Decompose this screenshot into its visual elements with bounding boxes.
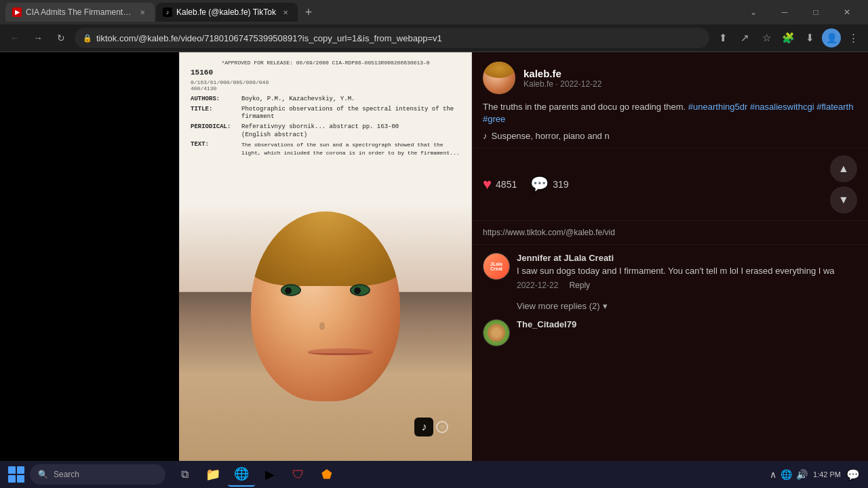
doc-title-row: TITLE: Photographic observations of the … <box>191 106 460 121</box>
comment-avatar-citadel <box>483 319 510 346</box>
taskbar-app-media[interactable]: ▶ <box>256 462 283 487</box>
search-bar[interactable]: 🔍 Search <box>30 464 165 485</box>
comment-citadel: The_Citadel79 <box>483 319 857 346</box>
profile-description: The truths in the parents and docu go re… <box>483 101 857 125</box>
minimize-button[interactable]: ─ <box>769 0 800 24</box>
taskbar-app-task-view[interactable]: ⧉ <box>171 462 198 487</box>
comment-icon: 💬 <box>530 176 549 193</box>
address-bar[interactable]: 🔒 tiktok.com/@kaleb.fe/video/71801067475… <box>75 28 709 48</box>
file-explorer-icon: 📁 <box>205 467 220 482</box>
tab-icon-cia: ▶ <box>12 7 22 17</box>
chevron-down-icon: ▾ <box>603 301 608 311</box>
nose <box>319 322 325 330</box>
profile-avatar[interactable] <box>483 62 515 94</box>
likes-count: 4851 <box>496 179 517 190</box>
view-more-replies[interactable]: View more replies (2) ▾ <box>517 301 857 311</box>
security-icon: 🛡 <box>292 468 304 482</box>
interaction-row: ♥ 4851 💬 319 ▲ ▼ <box>472 148 868 221</box>
expand-down-button[interactable]: ⌄ <box>738 0 769 24</box>
more-button[interactable]: ⋮ <box>844 28 863 47</box>
profile-section: kaleb.fe Kaleb.fe · 2022-12-22 The truth… <box>472 52 868 148</box>
doc-authors-row: AUTHORS: Boyko, P.M., Kazachevskiy, Y.M. <box>191 96 460 104</box>
eyes <box>281 284 370 296</box>
hair <box>251 211 400 286</box>
comment-author-jennifer: Jennifer at JLala Creati <box>517 253 857 263</box>
tab-cia[interactable]: ▶ CIA Admits The Firmament Exists ✕ <box>5 3 155 22</box>
taskbar-app-file-explorer[interactable]: 📁 <box>199 462 226 487</box>
tab-bar: ▶ CIA Admits The Firmament Exists ✕ ♪ Ka… <box>0 0 868 24</box>
doc-periodical-row: PERIODICAL: Referativnyy sbornik... abst… <box>191 123 460 139</box>
search-placeholder: Search <box>54 470 79 479</box>
tab-label-tiktok: Kaleb.fe (@kaleb.fe) TikTok <box>176 7 276 17</box>
bookmark-icon[interactable]: ☆ <box>757 28 776 47</box>
lock-icon: 🔒 <box>83 34 92 43</box>
misc-app-icon: ⬟ <box>321 467 332 482</box>
back-button[interactable]: ← <box>5 28 24 47</box>
doc-number: 15160 <box>191 68 460 77</box>
save-icon[interactable]: ⬇ <box>800 28 819 47</box>
profile-name: kaleb.fe <box>524 68 857 79</box>
profile-icon[interactable]: 👤 <box>822 28 841 47</box>
start-button[interactable] <box>3 462 30 487</box>
main-content: *APPROVED FOR RELEASE: 06/09/2000 CIA-RD… <box>0 52 868 488</box>
clock[interactable]: 1:42 PM <box>813 470 841 479</box>
comment-author-citadel: The_Citadel79 <box>517 319 857 329</box>
tab-label-cia: CIA Admits The Firmament Exists <box>26 7 133 17</box>
tab-close-cia[interactable]: ✕ <box>137 7 148 18</box>
comments-item[interactable]: 💬 319 <box>530 176 568 193</box>
notification-center-button[interactable]: 💬 <box>846 468 860 481</box>
network-icon[interactable]: 🌐 <box>781 469 792 480</box>
profile-info: kaleb.fe Kaleb.fe · 2022-12-22 <box>524 68 857 89</box>
comment-text-jennifer: I saw sun dogs today and I firmament. Yo… <box>517 265 857 277</box>
comments-section[interactable]: JLalaCreat Jennifer at JLala Creati I sa… <box>472 245 868 488</box>
view-more-text: View more replies (2) <box>517 301 600 311</box>
close-button[interactable]: ✕ <box>831 0 863 24</box>
comment-jennifer: JLalaCreat Jennifer at JLala Creati I sa… <box>483 253 857 289</box>
right-panel: kaleb.fe Kaleb.fe · 2022-12-22 The truth… <box>472 52 868 488</box>
maximize-button[interactable]: □ <box>800 0 831 24</box>
right-eye <box>350 284 370 296</box>
circle-icon: ○ <box>436 421 448 433</box>
music-title: Suspense, horror, piano and n <box>492 131 610 141</box>
forward-button[interactable]: → <box>28 28 47 47</box>
system-tray: ∧ 🌐 🔊 <box>770 469 808 480</box>
address-text: tiktok.com/@kaleb.fe/video/7180106747539… <box>96 33 701 43</box>
reload-button[interactable]: ↻ <box>52 28 71 47</box>
taskbar-right: ∧ 🌐 🔊 1:42 PM 💬 <box>770 468 865 481</box>
music-row: ♪ Suspense, horror, piano and n <box>483 131 857 141</box>
new-tab-button[interactable]: + <box>299 3 318 22</box>
taskbar: 🔍 Search ⧉ 📁 🌐 ▶ 🛡 ⬟ ∧ 🌐 🔊 1:42 PM 💬 <box>0 461 868 488</box>
likes-item[interactable]: ♥ 4851 <box>483 176 517 193</box>
heart-icon: ♥ <box>483 176 492 193</box>
nav-arrows: ▲ ▼ <box>830 155 857 214</box>
extensions-icon[interactable]: 🧩 <box>778 28 797 47</box>
tab-tiktok[interactable]: ♪ Kaleb.fe (@kaleb.fe) TikTok ✕ <box>156 3 298 22</box>
video-area[interactable]: *APPROVED FOR RELEASE: 06/09/2000 CIA-RD… <box>179 52 472 488</box>
show-hidden-icons-button[interactable]: ∧ <box>770 469 776 480</box>
chrome-icon: 🌐 <box>234 466 249 481</box>
tab-close-tiktok[interactable]: ✕ <box>280 7 291 18</box>
taskbar-app-chrome[interactable]: 🌐 <box>228 462 255 487</box>
address-bar-row: ← → ↻ 🔒 tiktok.com/@kaleb.fe/video/71801… <box>0 24 868 52</box>
time-display: 1:42 PM <box>813 470 841 479</box>
face-overlay <box>179 205 472 488</box>
tab-icon-tiktok: ♪ <box>163 7 172 17</box>
window-controls: ⌄ ─ □ ✕ <box>738 0 863 24</box>
taskbar-app-security[interactable]: 🛡 <box>285 462 312 487</box>
next-video-button[interactable]: ▼ <box>830 186 857 214</box>
volume-icon[interactable]: 🔊 <box>796 469 808 480</box>
mouth <box>308 348 374 355</box>
comment-body-jennifer: Jennifer at JLala Creati I saw sun dogs … <box>517 253 857 289</box>
prev-video-button[interactable]: ▲ <box>830 155 857 182</box>
left-panel <box>0 52 179 488</box>
profile-header: kaleb.fe Kaleb.fe · 2022-12-22 <box>483 62 857 94</box>
comment-body-citadel: The_Citadel79 <box>517 319 857 346</box>
share-icon[interactable]: ↗ <box>735 28 754 47</box>
comments-count: 319 <box>553 179 568 190</box>
taskbar-app-misc[interactable]: ⬟ <box>313 462 340 487</box>
cast-icon[interactable]: ⬆ <box>713 28 732 47</box>
doc-text-row: TEXT: The observations of the sun and a … <box>191 141 460 156</box>
reply-button-jennifer[interactable]: Reply <box>569 281 590 290</box>
video-link: https://www.tiktok.com/@kaleb.fe/vid <box>483 228 615 237</box>
doc-ref: 0/163/61/000/005/009/049 400/4130 <box>191 79 460 92</box>
